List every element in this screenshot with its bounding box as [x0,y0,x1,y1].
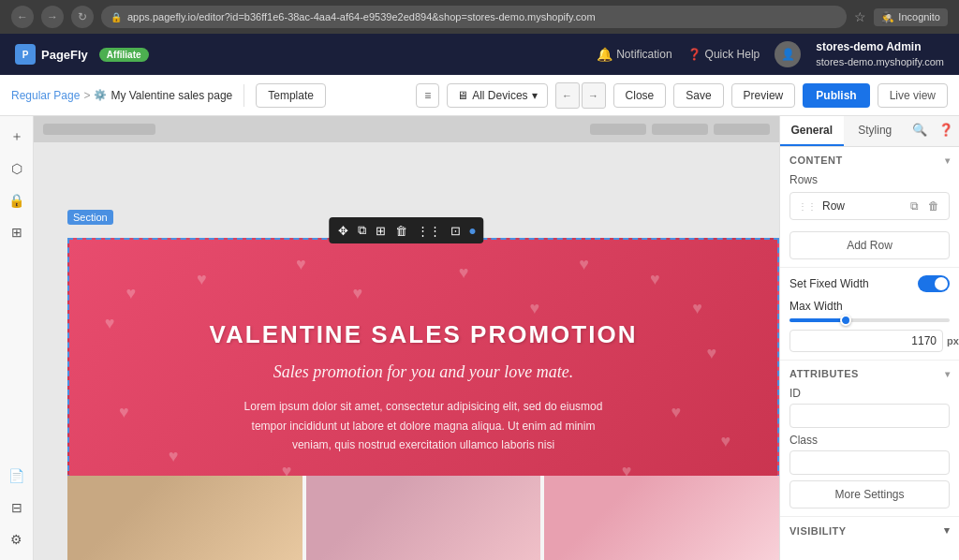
nav-arrows: ← → [555,82,606,109]
max-width-slider[interactable] [789,318,950,322]
app-header: P PageFly Affiliate 🔔 Notification ❓ Qui… [0,34,959,75]
max-width-label: Max Width [789,300,843,313]
pagefly-logo[interactable]: P PageFly [15,44,88,65]
save-button[interactable]: Save [673,83,723,108]
text-format-button[interactable]: ≡ [416,83,439,108]
id-label: ID [789,387,950,400]
heart-decor: ♥ [125,284,136,303]
class-label: Class [789,434,950,447]
max-width-row: Max Width [789,300,950,313]
drag-handle-icon[interactable]: ⋮⋮ [798,201,817,212]
heart-decor: ♥ [650,270,660,289]
duplicate-icon[interactable]: ⊞ [374,222,388,240]
attributes-label: ATTRIBUTES [789,368,859,379]
sidebar-layers-icon[interactable]: ⬡ [4,155,30,182]
active-dot: ● [468,223,476,238]
breadcrumb-root[interactable]: Regular Page [11,89,80,102]
add-row-button[interactable]: Add Row [789,231,950,259]
canvas-area[interactable]: Section ✥ ⧉ ⊞ 🗑 ⋮⋮ ⊡ ● ♥ ♥ ♥ ♥ ♥ ♥ ♥ ♥ ♥… [34,116,779,560]
row-copy-icon[interactable]: ⧉ [908,198,921,214]
attributes-section-header[interactable]: ATTRIBUTES ▾ [789,368,950,379]
max-width-input[interactable] [789,330,943,352]
copy-icon[interactable]: ⧉ [356,221,368,240]
main-layout: ＋ ⬡ 🔒 ⊞ 📄 ⊟ ⚙ Section ✥ ⧉ ⊞ 🗑 ⋮⋮ ⊡ ● [0,116,959,560]
help-icon-btn[interactable]: ❓ [933,116,959,142]
heart-decor: ♥ [579,255,589,274]
breadcrumb-current[interactable]: ⚙️ My Valentine sales page [94,89,232,102]
fixed-width-toggle[interactable] [918,275,950,292]
search-icon-btn[interactable]: 🔍 [907,116,933,142]
incognito-button[interactable]: 🕵 Incognito [874,8,948,26]
undo-button[interactable]: ← [555,82,580,109]
heart-decor: ♥ [706,344,716,363]
preview-button[interactable]: Preview [731,83,796,108]
template-button[interactable]: Template [256,83,326,108]
visibility-label: VISIBILITY [789,525,847,537]
tab-general[interactable]: General [780,116,844,146]
sidebar-theme-icon[interactable]: 🔒 [4,187,30,214]
row-delete-icon[interactable]: 🗑 [926,198,941,214]
delete-icon[interactable]: 🗑 [393,222,409,240]
valentine-content: VALENTINE SALES PROMOTION Sales promotio… [172,320,675,454]
visibility-section-header[interactable]: VISIBILITY ▾ [780,517,959,544]
max-width-unit-label: px [947,335,959,346]
sidebar-settings-icon[interactable]: ⚙ [4,526,30,553]
content-section-header[interactable]: CONTENT ▾ [789,155,950,166]
fixed-width-label: Set Fixed Width [789,277,869,290]
tab-styling[interactable]: Styling [844,116,907,146]
publish-button[interactable]: Publish [803,83,869,108]
bookmark-icon[interactable]: ☆ [854,9,866,24]
affiliate-badge[interactable]: Affiliate [99,48,149,62]
header-skeleton-3 [652,124,708,135]
header-skeleton-1 [43,124,155,135]
id-input[interactable] [789,404,950,428]
gear-icon: ⚙️ [94,89,107,101]
preview-card-inner-2 [306,476,541,560]
attributes-section: ATTRIBUTES ▾ ID Class More Settings [780,361,959,517]
heart-decor: ♥ [459,263,469,283]
more-settings-button[interactable]: More Settings [789,480,950,508]
content-section: CONTENT ▾ Rows ⋮⋮ Row ⧉ 🗑 Add Row [780,147,959,268]
heart-decor: ♥ [105,314,115,333]
breadcrumb: Regular Page > ⚙️ My Valentine sales pag… [11,89,232,102]
devices-button[interactable]: 🖥 All Devices ▾ [447,83,547,108]
drag-icon[interactable]: ⋮⋮ [415,222,443,240]
preview-card-2 [306,476,541,560]
sidebar-add-icon[interactable]: ＋ [4,124,30,150]
close-button[interactable]: Close [613,83,667,108]
sidebar-apps-icon[interactable]: ⊞ [4,219,30,245]
incognito-icon: 🕵 [881,11,894,23]
reload-button[interactable]: ↻ [71,6,94,28]
chevron-down-icon: ▾ [945,155,951,166]
notification-label: Notification [616,48,671,61]
notification-item[interactable]: 🔔 Notification [597,47,671,62]
bell-icon: 🔔 [597,47,612,62]
heart-decor: ♥ [296,255,306,274]
sidebar-grid-icon[interactable]: ⊟ [4,494,30,521]
canvas-header-bar [34,116,779,142]
row-item[interactable]: ⋮⋮ Row ⧉ 🗑 [789,192,950,220]
max-width-input-row: px [789,330,950,352]
breadcrumb-page-name: My Valentine sales page [111,89,232,102]
preview-card-3 [544,476,779,560]
move-icon[interactable]: ✥ [336,222,350,240]
url-bar[interactable]: 🔒 apps.pagefly.io/editor?id=b36ff1e6-38a… [101,6,847,28]
heart-decor: ♥ [119,403,129,422]
bottom-preview [67,476,779,560]
row-name: Row [822,199,903,213]
section-toolbar: ✥ ⧉ ⊞ 🗑 ⋮⋮ ⊡ ● [329,217,483,243]
chevron-down-icon-vis: ▾ [944,524,951,537]
help-item[interactable]: ❓ Quick Help [687,48,760,61]
redo-button[interactable]: → [582,82,606,109]
slider-thumb[interactable] [840,315,851,326]
more-icon[interactable]: ⊡ [449,222,463,240]
live-view-button[interactable]: Live view [878,83,948,108]
class-input[interactable] [789,450,950,475]
header-actions: 🔔 Notification ❓ Quick Help 👤 stores-dem… [597,40,944,68]
heart-decor: ♥ [721,432,731,451]
sidebar-pages-icon[interactable]: 📄 [4,463,30,489]
user-info: stores-demo Admin stores-demo.myshopify.… [816,40,944,68]
back-button[interactable]: ← [11,6,34,28]
forward-button[interactable]: → [41,6,64,28]
valentine-subtitle: Sales promotion for you and your love ma… [210,362,638,382]
